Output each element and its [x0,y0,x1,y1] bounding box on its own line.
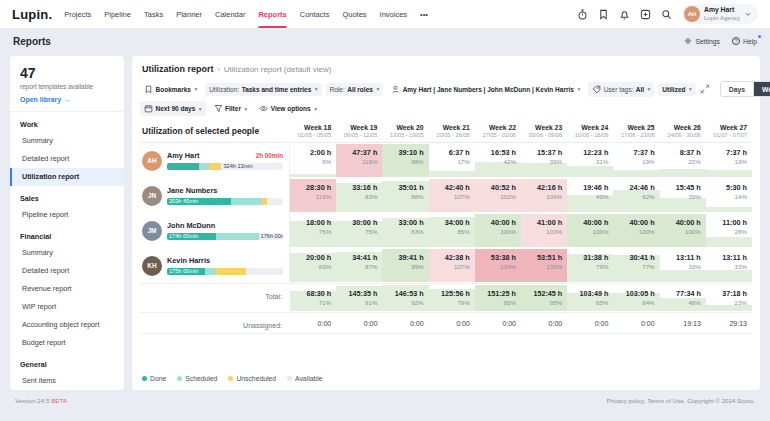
stopwatch-icon[interactable] [577,9,588,20]
nav-item-contacts[interactable]: Contacts [300,0,330,28]
sidebar-item-wip-report[interactable]: WIP report [10,298,124,316]
bar-segment-scheduled [231,198,262,205]
filter-prefix: Role: [330,86,345,93]
column-header-week-18[interactable]: Week 1801/05 - 05/05 [290,120,336,142]
unassigned-value: 0:00 [567,320,608,327]
breadcrumb-report[interactable]: Utilization report [142,64,214,74]
week-label: Week 23 [521,124,562,131]
hours-value: 42:16 h [521,183,562,192]
column-header-week-19[interactable]: Week 1906/05 - 12/05 [336,120,382,142]
week-dates: 10/06 - 16/06 [567,132,608,138]
column-header-week-27[interactable]: Week 2701/07 - 07/07 [706,120,752,142]
utilization-bar: 203h 45min [167,198,283,205]
expand-icon[interactable] [700,84,710,94]
bookmark-icon [144,85,153,94]
filter-utilized[interactable]: Utilized▾ [658,83,695,96]
column-header-week-22[interactable]: Week 2227/05 - 02/06 [475,120,521,142]
toggle-days[interactable]: Days [721,82,753,96]
column-header-week-20[interactable]: Week 2013/05 - 19/05 [382,120,428,142]
column-header-week-23[interactable]: Week 2303/06 - 09/06 [521,120,567,142]
filter-bar-primary: Bookmarks▾Utilization:Tasks and time ent… [132,79,760,99]
column-header-week-25[interactable]: Week 2517/06 - 23/06 [613,120,659,142]
filter-tasks-and-time-entries[interactable]: Utilization:Tasks and time entries▾ [205,83,321,96]
utilization-bar: 324h 13min [167,163,283,170]
utilization-cell: 12:23 h31% [567,143,613,178]
column-header-week-24[interactable]: Week 2410/06 - 16/06 [567,120,613,142]
person-cell[interactable]: JNJane Numbers203h 45min [140,178,290,213]
nav-item-quotes[interactable]: Quotes [342,0,366,28]
unassigned-value: 0:00 [429,320,470,327]
nav-item-tasks[interactable]: Tasks [144,0,163,28]
percent-value: 85% [429,228,470,235]
sidebar-item-sent-items[interactable]: Sent items [10,372,124,390]
person-cell[interactable]: JMJohn McDunn174h 00min176h 00min [140,213,290,248]
bar-segment-unscheduled [262,198,267,205]
chevron-down-icon: ▾ [314,106,317,112]
sidebar-item-utilization-report[interactable]: Utilization report [10,168,124,186]
help-button[interactable]: ? Help [732,37,757,45]
nav-item-[interactable]: ••• [420,0,428,28]
percent-value: 98% [382,158,423,165]
filter-all-roles[interactable]: Role:All roles▾ [326,83,384,96]
hours-value: 39:10 h [382,148,423,157]
sidebar-item-pipeline-report[interactable]: Pipeline report [10,206,124,224]
hours-value: 15:37 h [521,148,562,157]
percent-value: 79% [567,263,608,270]
bar-total-label: 324h 13min [221,163,252,170]
filter-amy-hart-jane-numbers-john-mcdunn-kevin-harris[interactable]: Amy Hart | Jane Numbers | John McDunn | … [387,82,584,97]
sidebar-item-summary[interactable]: Summary [10,244,124,262]
unassigned-cell: 0:00 [567,313,613,333]
sidebar-section-financial: Financial [10,224,124,244]
filter-filter[interactable]: Filter▾ [210,101,252,116]
sidebar-item-accounting-object-report[interactable]: Accounting object report [10,316,124,334]
percent-value: 107% [429,263,470,270]
nav-item-pipeline[interactable]: Pipeline [104,0,131,28]
nav-item-invoices[interactable]: Invoices [380,0,408,28]
open-library-link[interactable]: Open library → [20,96,114,103]
sidebar-item-budget-report[interactable]: Budget report [10,334,124,352]
nav-item-planner[interactable]: Planner [176,0,202,28]
search-icon[interactable] [661,9,672,20]
week-label: Week 18 [290,124,331,131]
avatar: JM [142,221,162,241]
utilization-cell: 7:37 h19% [706,143,752,178]
sidebar-item-revenue-report[interactable]: Revenue report [10,280,124,298]
filter-prefix: Utilization: [209,86,239,93]
week-dates: 13/05 - 19/05 [382,132,423,138]
percent-value: 75% [290,228,331,235]
user-menu[interactable]: AH Amy Hart Lupin Agency [682,4,758,24]
utilization-cell: 40:52 h102% [475,178,521,213]
sidebar-item-summary[interactable]: Summary [10,132,124,150]
nav-item-projects[interactable]: Projects [64,0,91,28]
view-toggle: DaysWeeksMonths [720,81,770,97]
sidebar-section-general: General [10,352,124,372]
bookmark-icon[interactable] [598,9,609,20]
column-header-week-21[interactable]: Week 2120/05 - 26/05 [429,120,475,142]
sidebar-item-detailed-report[interactable]: Detailed report [10,262,124,280]
avatar: KH [142,256,162,276]
add-icon[interactable] [640,9,651,20]
hours-value: 35:01 h [382,183,423,192]
filter-view-options[interactable]: View options▾ [255,101,321,116]
filter-all[interactable]: User tags:All▾ [588,82,654,97]
chevron-down-icon: ▾ [648,86,651,92]
template-count-caption: report templates available [20,83,114,91]
bar-segment-done: 203h 45min [167,198,231,205]
person-icon [391,85,400,94]
hours-value: 7:37 h [613,148,654,157]
nav-item-calendar[interactable]: Calendar [215,0,245,28]
nav-item-reports[interactable]: Reports [258,0,286,28]
settings-button[interactable]: Settings [684,37,720,45]
filter-next-90-days[interactable]: Next 90 days▾ [140,101,206,116]
hours-value: 33:16 h [336,183,377,192]
filter-bookmarks[interactable]: Bookmarks▾ [140,82,201,97]
breadcrumb-view[interactable]: Utilization report (default view) [224,65,332,74]
bell-icon[interactable] [619,9,630,20]
hours-value: 12:23 h [567,148,608,157]
sidebar-item-detailed-report[interactable]: Detailed report [10,150,124,168]
column-header-week-26[interactable]: Week 2624/06 - 30/06 [660,120,706,142]
person-cell[interactable]: KHKevin Harris175h 00min [140,248,290,283]
percent-value: 134% [475,263,516,270]
person-cell[interactable]: AHAmy Hart2h 00min324h 13min [140,143,290,178]
toggle-weeks[interactable]: Weeks [753,82,770,96]
